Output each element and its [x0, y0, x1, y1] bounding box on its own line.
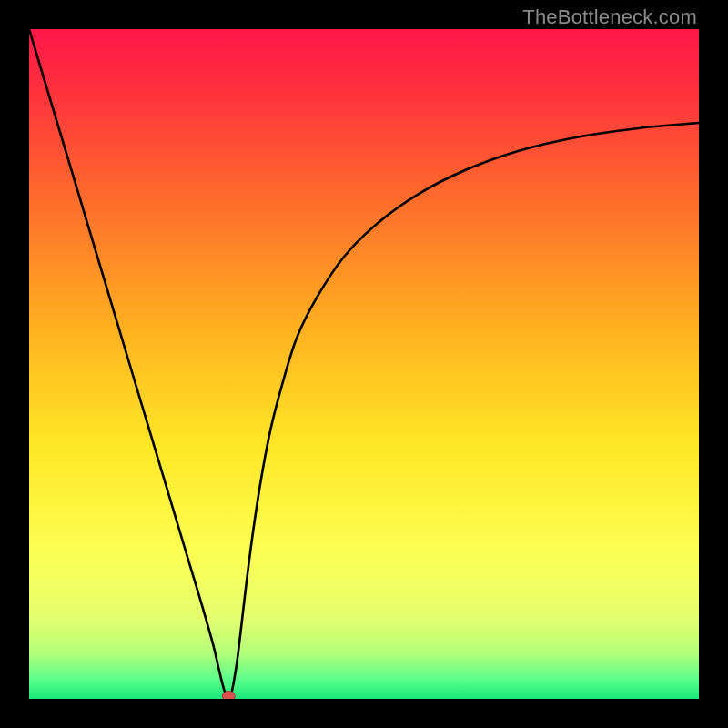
watermark-text: TheBottleneck.com [522, 5, 697, 29]
chart-frame: TheBottleneck.com [0, 0, 728, 728]
bottleneck-curve [29, 29, 699, 699]
optimum-marker [222, 692, 235, 700]
plot-area [29, 29, 699, 699]
